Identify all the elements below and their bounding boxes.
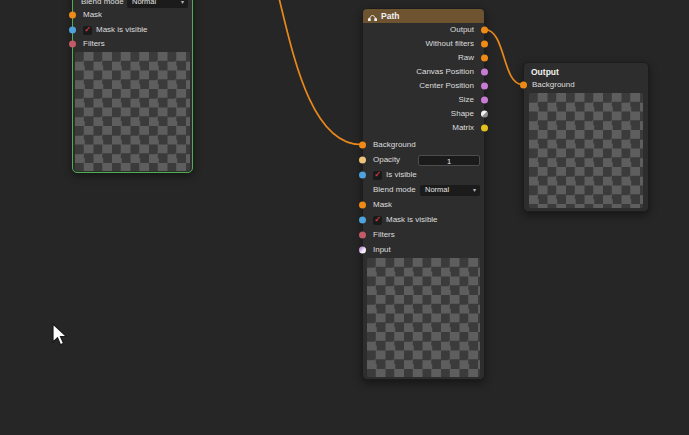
- is-visible-label: Is visible: [386, 168, 417, 182]
- center-position-port[interactable]: [481, 83, 488, 90]
- mask-visible-label: Mask is visible: [386, 213, 438, 227]
- is-visible-row: ✓ Is visible: [363, 168, 484, 182]
- filters-row: Filters: [73, 37, 192, 51]
- filters-port[interactable]: [69, 41, 76, 48]
- background-row: Background: [363, 138, 484, 152]
- node-preview-thumbnail: [529, 93, 643, 208]
- shape-label: Shape: [451, 107, 474, 121]
- output-label: Output: [450, 23, 474, 37]
- background-row: Background: [524, 78, 648, 92]
- input-port[interactable]: [359, 247, 366, 254]
- size-label: Size: [458, 93, 474, 107]
- filters-label: Filters: [373, 228, 395, 242]
- background-port[interactable]: [520, 82, 527, 89]
- filters-port[interactable]: [359, 232, 366, 239]
- mask-port[interactable]: [359, 202, 366, 209]
- raw-label: Raw: [458, 51, 474, 65]
- output-node[interactable]: Output Background: [523, 62, 649, 212]
- filters-row: Filters: [363, 228, 484, 242]
- matrix-label: Matrix: [452, 121, 474, 135]
- size-port[interactable]: [481, 97, 488, 104]
- mask-visible-row: ✓ Mask is visible: [73, 23, 192, 37]
- mask-label: Mask: [83, 8, 102, 22]
- path-node[interactable]: Path Output Without filters Raw Canvas P…: [362, 8, 485, 380]
- path-icon: [368, 12, 377, 21]
- filters-label: Filters: [83, 37, 105, 51]
- mask-visible-checkbox[interactable]: ✓: [83, 26, 92, 35]
- blend-mode-dropdown[interactable]: Normal ▾: [127, 0, 188, 8]
- without-filters-row: Without filters: [363, 37, 484, 51]
- wire-to-path-background[interactable]: [278, 0, 362, 145]
- blend-mode-row: Blend mode Normal ▾: [363, 183, 484, 197]
- output-node-title: Output: [531, 65, 559, 79]
- mask-port[interactable]: [69, 12, 76, 19]
- raw-row: Raw: [363, 51, 484, 65]
- opacity-value-field[interactable]: 1: [418, 155, 480, 166]
- center-position-label: Center Position: [419, 79, 474, 93]
- matrix-row: Matrix: [363, 121, 484, 135]
- opacity-label: Opacity: [373, 153, 400, 167]
- shape-row: Shape: [363, 107, 484, 121]
- chevron-down-icon: ▾: [473, 187, 476, 193]
- output-port[interactable]: [481, 27, 488, 34]
- mask-visible-checkbox[interactable]: ✓: [373, 216, 382, 225]
- chevron-down-icon: ▾: [181, 0, 184, 5]
- canvas-position-port[interactable]: [481, 69, 488, 76]
- input-label: Input: [373, 243, 391, 257]
- opacity-row: Opacity 1: [363, 153, 484, 167]
- size-row: Size: [363, 93, 484, 107]
- mask-visible-label: Mask is visible: [96, 23, 148, 37]
- blend-mode-label: Blend mode: [373, 183, 416, 197]
- is-visible-checkbox[interactable]: ✓: [373, 171, 382, 180]
- raw-port[interactable]: [481, 55, 488, 62]
- without-filters-port[interactable]: [481, 41, 488, 48]
- output-row: Output: [363, 23, 484, 37]
- opacity-port[interactable]: [359, 157, 366, 164]
- mask-row: Mask: [363, 198, 484, 212]
- input-row: Input: [363, 243, 484, 257]
- path-node-header[interactable]: Path: [363, 9, 484, 23]
- mask-visible-port[interactable]: [359, 217, 366, 224]
- layer-node-partial[interactable]: Blend mode Normal ▾ Mask ✓ Mask is visib…: [72, 0, 193, 173]
- canvas-position-row: Canvas Position: [363, 65, 484, 79]
- mask-row: Mask: [73, 8, 192, 22]
- node-preview-thumbnail: [75, 52, 190, 171]
- matrix-port[interactable]: [481, 125, 488, 132]
- center-position-row: Center Position: [363, 79, 484, 93]
- background-label: Background: [373, 138, 416, 152]
- mask-label: Mask: [373, 198, 392, 212]
- node-preview-thumbnail: [367, 258, 480, 377]
- is-visible-port[interactable]: [359, 172, 366, 179]
- background-label: Background: [532, 78, 575, 92]
- canvas-position-label: Canvas Position: [416, 65, 474, 79]
- output-node-header[interactable]: Output: [524, 65, 648, 79]
- mask-visible-row: ✓ Mask is visible: [363, 213, 484, 227]
- shape-port[interactable]: [481, 111, 488, 118]
- without-filters-label: Without filters: [426, 37, 474, 51]
- mouse-cursor-icon: [51, 323, 69, 353]
- path-node-title: Path: [381, 11, 399, 21]
- blend-mode-dropdown[interactable]: Normal ▾: [420, 185, 480, 196]
- mask-visible-port[interactable]: [69, 27, 76, 34]
- blend-mode-value: Normal: [425, 183, 449, 197]
- wire-path-output-to-output-background[interactable]: [485, 30, 523, 85]
- background-port[interactable]: [359, 142, 366, 149]
